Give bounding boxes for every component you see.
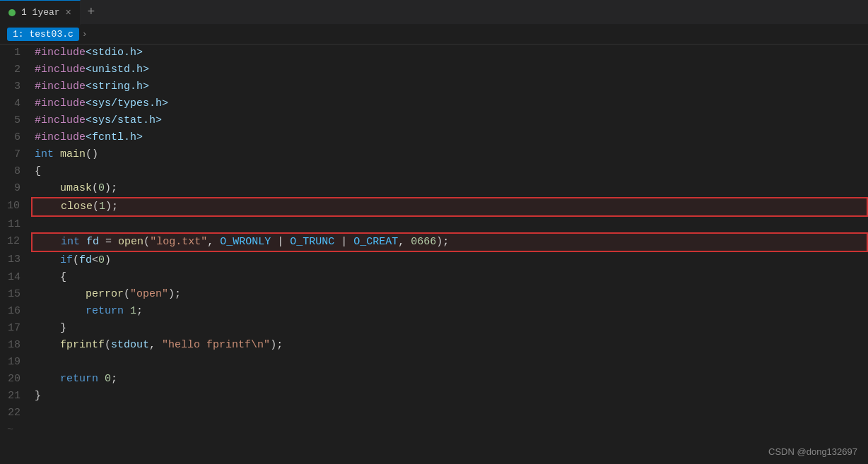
table-row: 6#include<fcntl.h> [0, 129, 867, 146]
table-row: 21} [0, 388, 867, 405]
line-content: fprintf(stdout, "hello fprintf\n"); [32, 337, 867, 354]
table-row: 15 perror("open"); [0, 286, 867, 303]
line-content: perror("open"); [32, 286, 867, 303]
table-row: 5#include<sys/stat.h> [0, 112, 867, 129]
line-content: #include<stdio.h> [32, 44, 867, 61]
line-number: 5 [0, 112, 32, 129]
line-content: return 1; [32, 303, 867, 320]
line-number: 16 [0, 303, 32, 320]
line-content: { [32, 163, 867, 180]
line-content: } [32, 320, 867, 337]
table-row: 3#include<string.h> [0, 78, 867, 95]
table-row: 9 umask(0); [0, 180, 867, 198]
line-number: 14 [0, 269, 32, 286]
line-content: { [32, 269, 867, 286]
line-content: #include<sys/stat.h> [32, 112, 867, 129]
table-row: 20 return 0; [0, 371, 867, 388]
breadcrumb-filename: 1: test03.c [7, 28, 79, 41]
line-content: #include<fcntl.h> [32, 129, 867, 146]
table-row: 19 [0, 354, 867, 371]
line-number: 20 [0, 371, 32, 388]
table-row: 8{ [0, 163, 867, 180]
line-number: 4 [0, 95, 32, 112]
table-row: 10 close(1); [0, 198, 867, 216]
table-row: 1#include<stdio.h> [0, 44, 867, 61]
tab-dot [8, 9, 16, 16]
watermark: CSDN @dong132697 [768, 446, 857, 457]
line-number: 2 [0, 61, 32, 78]
line-content: return 0; [32, 371, 867, 388]
code-content: 1#include<stdio.h>2#include<unistd.h>3#i… [0, 44, 868, 422]
line-content: int main() [32, 146, 867, 163]
breadcrumb-arrow: › [82, 29, 88, 40]
table-row: 11 [0, 216, 867, 233]
line-number: 21 [0, 388, 32, 405]
line-content [32, 216, 867, 233]
line-content: umask(0); [32, 180, 867, 198]
line-content: if(fd<0) [32, 251, 867, 269]
table-row: 16 return 1; [0, 303, 867, 320]
line-number: 3 [0, 78, 32, 95]
table-row: 14 { [0, 269, 867, 286]
tab-bar: 1 1year × + [0, 0, 868, 25]
table-row: 2#include<unistd.h> [0, 61, 867, 78]
table-row: 22 [0, 405, 867, 422]
line-content: } [32, 388, 867, 405]
line-number: 10 [0, 198, 32, 216]
breadcrumb: 1: test03.c › [0, 25, 868, 44]
table-row: 12 int fd = open("log.txt", O_WRONLY | O… [0, 233, 867, 251]
line-content: #include<string.h> [32, 78, 867, 95]
table-row: 13 if(fd<0) [0, 251, 867, 269]
line-number: 19 [0, 354, 32, 371]
line-number: 15 [0, 286, 32, 303]
line-number: 6 [0, 129, 32, 146]
table-row: 18 fprintf(stdout, "hello fprintf\n"); [0, 337, 867, 354]
line-content: #include<unistd.h> [32, 61, 867, 78]
line-number: 8 [0, 163, 32, 180]
line-content: int fd = open("log.txt", O_WRONLY | O_TR… [32, 233, 867, 251]
tilde-line: ~ [0, 422, 868, 439]
code-editor[interactable]: 1#include<stdio.h>2#include<unistd.h>3#i… [0, 44, 868, 464]
line-number: 22 [0, 405, 32, 422]
line-number: 12 [0, 233, 32, 251]
tab-1year[interactable]: 1 1year × [0, 0, 81, 25]
line-content [32, 354, 867, 371]
close-icon[interactable]: × [66, 7, 71, 18]
line-number: 9 [0, 180, 32, 198]
line-content: #include<sys/types.h> [32, 95, 867, 112]
table-row: 4#include<sys/types.h> [0, 95, 867, 112]
tab-label: 1 1year [21, 7, 60, 18]
new-tab-button[interactable]: + [81, 0, 102, 25]
line-content [32, 405, 867, 422]
table-row: 7int main() [0, 146, 867, 163]
line-number: 13 [0, 251, 32, 269]
line-number: 18 [0, 337, 32, 354]
table-row: 17 } [0, 320, 867, 337]
line-number: 11 [0, 216, 32, 233]
line-content: close(1); [32, 198, 867, 216]
line-number: 7 [0, 146, 32, 163]
line-number: 17 [0, 320, 32, 337]
line-number: 1 [0, 44, 32, 61]
